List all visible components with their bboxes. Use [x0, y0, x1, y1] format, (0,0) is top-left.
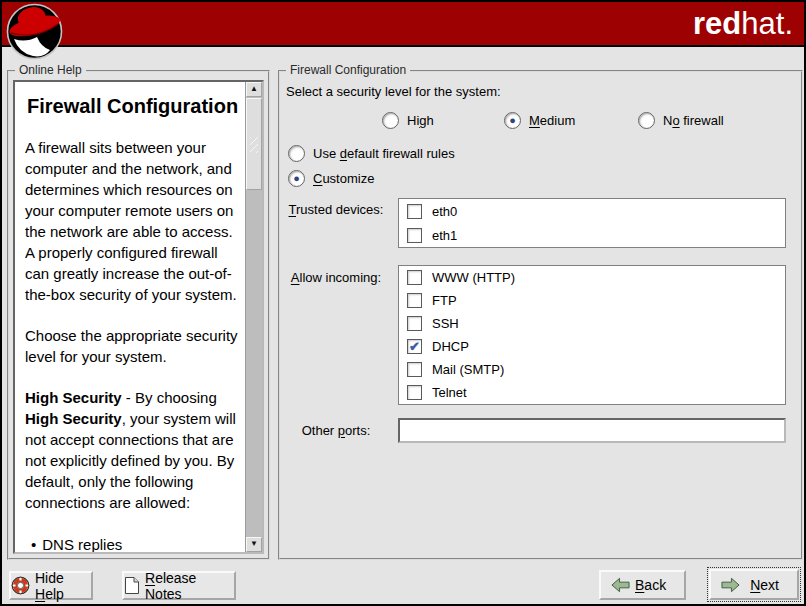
redhat-shadowman-logo-icon: [6, 3, 63, 64]
security-level-prompt: Select a security level for the system:: [286, 84, 501, 99]
help-viewport: Firewall Configuration A firewall sits b…: [13, 80, 264, 554]
trusted-devices-label: Trusted devices:: [280, 202, 392, 217]
back-label: Back: [635, 577, 666, 593]
redhat-wordmark: redhat.: [693, 4, 793, 44]
allow-item-label: Telnet: [432, 385, 467, 400]
brand-light-text: hat.: [741, 6, 793, 41]
help-text: Firewall Configuration A firewall sits b…: [15, 82, 245, 552]
scroll-up-button[interactable]: ▲: [246, 82, 262, 97]
radio-medium-label: Medium: [529, 113, 575, 128]
trusted-devices-list[interactable]: eth0 eth1: [398, 198, 786, 248]
radio-no-firewall-circle[interactable]: [638, 112, 655, 129]
list-item[interactable]: eth0: [399, 199, 785, 223]
installer-window: redhat. Online Help Firewall Configurati…: [0, 0, 806, 606]
allow-item-label: DHCP: [432, 339, 469, 354]
online-help-frame-label: Online Help: [15, 63, 86, 77]
allow-incoming-label: Allow incoming:: [280, 270, 392, 285]
next-button-focus-ring: Next: [707, 567, 801, 602]
help-bold-term: High Security: [25, 410, 122, 427]
list-item[interactable]: FTP: [399, 289, 785, 312]
help-paragraph: A firewall sits between your computer an…: [25, 137, 239, 305]
radio-dot-icon: ●: [293, 173, 300, 184]
check-icon: ✔: [409, 340, 420, 353]
checkbox-dhcp[interactable]: ✔: [407, 339, 422, 354]
list-item[interactable]: SSH: [399, 312, 785, 335]
help-bullet-item: •DNS replies: [31, 534, 239, 552]
header-bar: redhat.: [2, 2, 804, 47]
list-item[interactable]: eth1: [399, 223, 785, 247]
list-item[interactable]: Telnet: [399, 381, 785, 404]
allow-item-label: Mail (SMTP): [432, 362, 504, 377]
help-scrollbar[interactable]: ▲ ▼: [245, 82, 262, 552]
scrollbar-thumb[interactable]: [246, 98, 262, 190]
checkbox-telnet[interactable]: [407, 385, 422, 400]
firewall-configuration-frame: Firewall Configuration Select a security…: [278, 70, 803, 560]
list-item[interactable]: ✔ DHCP: [399, 335, 785, 358]
radio-customize-label: Customize: [313, 171, 374, 186]
radio-medium-circle[interactable]: ●: [504, 112, 521, 129]
online-help-frame: Online Help Firewall Configuration A fir…: [7, 70, 270, 560]
radio-use-default-rules[interactable]: Use default firewall rules: [288, 145, 455, 162]
next-arrow-icon: [721, 577, 740, 593]
checkbox-www-http[interactable]: [407, 270, 422, 285]
radio-medium[interactable]: ● Medium: [504, 112, 575, 129]
release-notes-button[interactable]: Release Notes: [122, 571, 236, 600]
allow-item-label: SSH: [432, 316, 459, 331]
scroll-down-button[interactable]: ▼: [246, 537, 262, 552]
allow-item-label: WWW (HTTP): [432, 270, 515, 285]
allow-item-label: FTP: [432, 293, 457, 308]
checkbox-mail-smtp[interactable]: [407, 362, 422, 377]
radio-dot-icon: ●: [509, 115, 516, 126]
scroll-up-icon: ▲: [250, 84, 258, 93]
back-button[interactable]: Back: [599, 570, 686, 600]
hide-help-button[interactable]: Hide Help: [9, 571, 93, 600]
next-label: Next: [750, 577, 779, 593]
hide-help-label: Hide Help: [35, 570, 91, 602]
checkbox-ftp[interactable]: [407, 293, 422, 308]
firewall-frame-label: Firewall Configuration: [286, 63, 410, 77]
radio-high-circle[interactable]: [382, 112, 399, 129]
scrollbar-grip-icon: [250, 137, 258, 153]
other-ports-label: Other ports:: [280, 423, 392, 438]
radio-default-circle[interactable]: [288, 145, 305, 162]
checkbox-eth0[interactable]: [407, 204, 422, 219]
brand-bold-text: red: [693, 6, 741, 41]
checkbox-eth1[interactable]: [407, 228, 422, 243]
help-paragraph: Choose the appropriate security level fo…: [25, 325, 239, 367]
radio-no-firewall[interactable]: No firewall: [638, 112, 724, 129]
life-preserver-icon: [11, 576, 30, 595]
list-item[interactable]: WWW (HTTP): [399, 266, 785, 289]
next-button[interactable]: Next: [709, 569, 799, 600]
radio-high[interactable]: High: [382, 112, 434, 129]
radio-high-label: High: [407, 113, 434, 128]
trusted-item-label: eth0: [432, 204, 457, 219]
document-icon: [124, 576, 140, 595]
help-bullet-text: DNS replies: [42, 536, 122, 552]
radio-customize-circle[interactable]: ●: [288, 170, 305, 187]
help-bold-term: High Security: [25, 389, 122, 406]
trusted-item-label: eth1: [432, 228, 457, 243]
help-text-run: - By choosing: [122, 389, 217, 406]
back-arrow-icon: [611, 577, 630, 593]
allow-incoming-list[interactable]: WWW (HTTP) FTP SSH ✔ DHCP Mail (SMTP) Te…: [398, 265, 786, 405]
radio-customize[interactable]: ● Customize: [288, 170, 374, 187]
list-item[interactable]: Mail (SMTP): [399, 358, 785, 381]
help-paragraph: High Security - By choosing High Securit…: [25, 387, 239, 513]
scroll-down-icon: ▼: [250, 539, 258, 548]
other-ports-input[interactable]: [398, 418, 786, 443]
checkbox-ssh[interactable]: [407, 316, 422, 331]
help-title: Firewall Configuration: [27, 96, 239, 117]
radio-default-label: Use default firewall rules: [313, 146, 455, 161]
radio-no-firewall-label: No firewall: [663, 113, 724, 128]
release-notes-label: Release Notes: [145, 570, 234, 602]
bullet-icon: •: [31, 536, 36, 552]
